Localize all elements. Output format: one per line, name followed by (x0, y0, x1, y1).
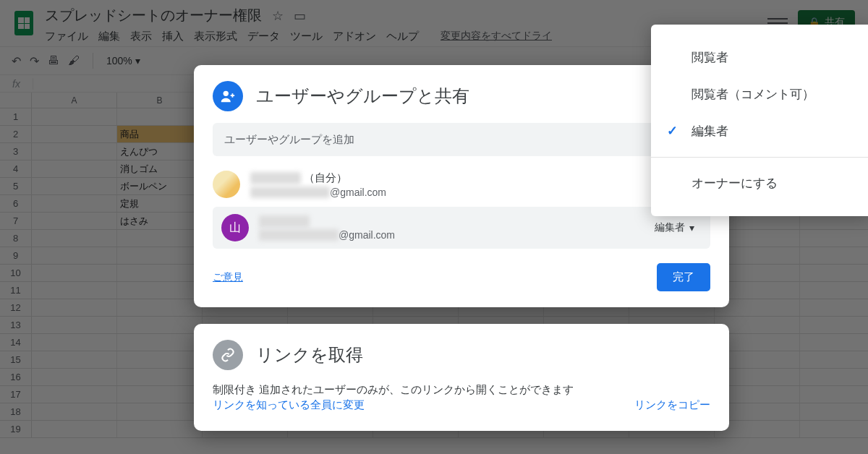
chevron-down-icon: ▾ (689, 222, 694, 234)
copy-link-button[interactable]: リンクをコピー (634, 398, 710, 412)
role-dropdown[interactable]: 編集者 ▾ (647, 217, 702, 239)
menu-separator (651, 157, 868, 158)
get-link-dialog: リンクを取得 制限付き 追加されたユーザーのみが、このリンクから開くことができま… (194, 324, 729, 431)
person-add-icon (213, 81, 243, 111)
feedback-link[interactable]: ご意見 (213, 271, 243, 284)
role-menu: 閲覧者 閲覧者（コメント可） 編集者 オーナーにする (651, 25, 868, 216)
link-restriction-text: 制限付き 追加されたユーザーのみが、このリンクから開くことができます (213, 382, 574, 398)
avatar: 山 (221, 214, 249, 241)
link-icon (213, 340, 243, 370)
person-row-self: xxxx（自分） xxxxxx@gmail.com (213, 168, 710, 201)
share-dialog-title: ユーザーやグループと共有 (256, 85, 469, 108)
role-option-make-owner[interactable]: オーナーにする (651, 165, 868, 202)
avatar (213, 171, 240, 198)
get-link-title: リンクを取得 (256, 343, 363, 367)
role-option-commenter[interactable]: 閲覧者（コメント可） (651, 76, 868, 113)
role-option-viewer[interactable]: 閲覧者 (651, 39, 868, 76)
person-row-selected[interactable]: 山 xxxx xxxxxx@gmail.com 編集者 ▾ (213, 207, 710, 249)
share-dialog: ユーザーやグループと共有 ユーザーやグループを追加 xxxx（自分） xxxxx… (194, 65, 729, 307)
done-button[interactable]: 完了 (657, 263, 710, 291)
change-link-access[interactable]: リンクを知っている全員に変更 (213, 398, 574, 412)
svg-point-0 (224, 91, 229, 96)
add-people-input[interactable]: ユーザーやグループを追加 (213, 123, 710, 156)
role-option-editor[interactable]: 編集者 (651, 113, 868, 150)
